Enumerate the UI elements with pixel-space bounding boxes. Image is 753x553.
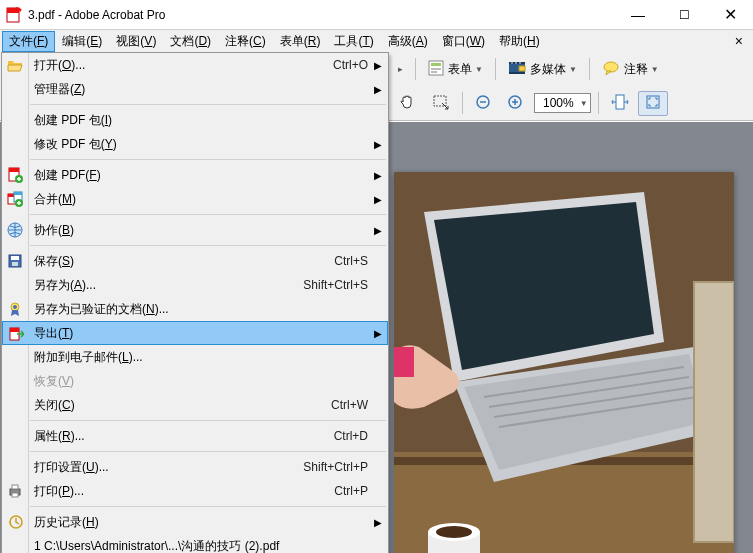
toolbar-gap-chevron[interactable]: ▸ [391,61,410,77]
submenu-arrow-icon: ▶ [374,84,382,95]
menu-item[interactable]: 合并(M)▶ [2,187,388,211]
menu-e[interactable]: 编辑(E) [55,31,109,52]
menu-item-label: 1 C:\Users\Administrator\...\沟通的技巧 (2).p… [34,538,368,554]
menu-c[interactable]: 注释(C) [218,31,273,52]
submenu-arrow-icon: ▶ [374,170,382,181]
menu-r[interactable]: 表单(R) [273,31,328,52]
marquee-icon [432,93,450,114]
menu-item[interactable]: 打开(O)...Ctrl+O▶ [2,53,388,77]
menu-item-label: 协作(B) [34,222,368,239]
menu-item[interactable]: 另存为已验证的文档(N)... [2,297,388,321]
fullscreen-button[interactable] [638,91,668,116]
menu-item[interactable]: 历史记录(H)▶ [2,510,388,534]
menu-item[interactable]: 创建 PDF 包(I) [2,108,388,132]
file-menu-dropdown: 打开(O)...Ctrl+O▶管理器(Z)▶创建 PDF 包(I)修改 PDF … [1,52,389,553]
submenu-arrow-icon: ▶ [374,328,382,339]
plus-circle-icon [507,94,523,113]
menu-item[interactable]: 1 C:\Users\Administrator\...\沟通的技巧 (2).p… [2,534,388,553]
menu-a[interactable]: 高级(A) [381,31,435,52]
multimedia-button[interactable]: 多媒体 ▼ [501,57,584,82]
marquee-tool-button[interactable] [425,90,457,117]
svg-point-10 [511,62,513,64]
menu-item[interactable]: 保存(S)Ctrl+S [2,249,388,273]
chevron-down-icon: ▼ [569,65,577,74]
menu-item[interactable]: 附加到电子邮件(L)... [2,345,388,369]
menu-item[interactable]: 打印(P)...Ctrl+P [2,479,388,503]
svg-point-54 [13,305,17,309]
menu-item-label: 属性(R)... [34,428,334,445]
menu-item-shortcut: Ctrl+O [333,58,368,72]
svg-rect-47 [14,192,22,195]
menu-separator [30,104,386,105]
submenu-arrow-icon: ▶ [374,194,382,205]
export-icon [7,325,25,343]
menu-item-shortcut: Ctrl+P [334,484,368,498]
comment-button[interactable]: 注释 ▼ [595,57,666,82]
zoom-in-button[interactable] [500,91,530,116]
film-icon [508,60,526,79]
print-icon [6,482,24,500]
minimize-button[interactable]: — [615,0,661,30]
menu-item[interactable]: 创建 PDF(F)▶ [2,163,388,187]
menu-v[interactable]: 视图(V) [109,31,163,52]
menu-item[interactable]: 属性(R)...Ctrl+D [2,424,388,448]
menu-item[interactable]: 协作(B)▶ [2,218,388,242]
maximize-button[interactable]: ☐ [661,0,707,30]
close-button[interactable]: ✕ [707,0,753,30]
toolbar-separator [495,58,496,80]
chevron-down-icon: ▼ [475,65,483,74]
title-bar: 3.pdf - Adobe Acrobat Pro — ☐ ✕ [0,0,753,30]
menu-separator [30,451,386,452]
chevron-down-icon: ▼ [580,99,588,108]
document-close-button[interactable]: × [727,33,751,49]
svg-rect-6 [431,71,437,73]
fit-width-icon [611,94,629,113]
svg-rect-56 [10,328,19,332]
svg-rect-5 [431,68,441,70]
svg-rect-52 [12,262,18,266]
menu-item-shortcut: Shift+Ctrl+P [303,460,368,474]
menu-item-label: 另存为(A)... [34,277,303,294]
page-image [394,172,734,553]
menu-bar: 文件(F)编辑(E)视图(V)文档(D)注释(C)表单(R)工具(T)高级(A)… [0,30,753,52]
menu-item[interactable]: 另存为(A)...Shift+Ctrl+S [2,273,388,297]
menu-item-label: 保存(S) [34,253,334,270]
fit-width-button[interactable] [604,91,636,116]
chevron-down-icon: ▼ [651,65,659,74]
menu-t[interactable]: 工具(T) [327,31,380,52]
zoom-out-button[interactable] [468,91,498,116]
menu-f[interactable]: 文件(F) [2,31,55,52]
forms-button[interactable]: 表单 ▼ [421,57,490,82]
menu-item[interactable]: 修改 PDF 包(Y)▶ [2,132,388,156]
app-pdf-icon [6,7,22,23]
menu-item-label: 修改 PDF 包(Y) [34,136,368,153]
submenu-arrow-icon: ▶ [374,60,382,71]
menu-item-label: 另存为已验证的文档(N)... [34,301,368,318]
menu-item[interactable]: 导出(T)▶ [2,321,388,345]
menu-item[interactable]: 关闭(C)Ctrl+W [2,393,388,417]
menu-item[interactable]: 打印设置(U)...Shift+Ctrl+P [2,455,388,479]
svg-rect-13 [519,66,525,71]
menu-item-shortcut: Ctrl+W [331,398,368,412]
menu-item[interactable]: 管理器(Z)▶ [2,77,388,101]
submenu-arrow-icon: ▶ [374,139,382,150]
menu-d[interactable]: 文档(D) [163,31,218,52]
menu-item-label: 关闭(C) [34,397,331,414]
svg-rect-34 [394,347,414,377]
menu-w[interactable]: 窗口(W) [435,31,492,52]
zoom-level-field[interactable]: 100% ▼ [534,93,591,113]
hand-tool-button[interactable] [391,90,423,117]
svg-rect-42 [9,168,19,172]
menu-item-label: 管理器(Z) [34,81,368,98]
menu-separator [30,506,386,507]
toolbar-separator [415,58,416,80]
forms-label: 表单 [448,61,472,78]
menu-separator [30,159,386,160]
folder-open-icon [6,56,24,74]
save-icon [6,252,24,270]
svg-point-11 [515,62,517,64]
fullscreen-icon [645,94,661,113]
menu-h[interactable]: 帮助(H) [492,31,547,52]
menu-separator [30,245,386,246]
svg-rect-4 [431,63,441,66]
